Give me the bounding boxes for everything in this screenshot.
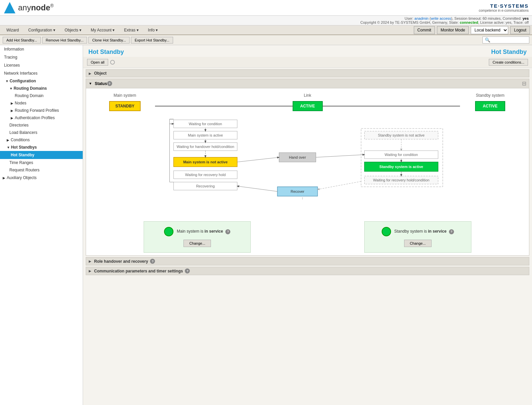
object-section-bar[interactable]: ▶ Object [86, 69, 529, 77]
sidebar-item-routing-domain[interactable]: Routing Domain [0, 92, 83, 99]
flow-diagram-svg: Waiting for condition Main system is act… [91, 116, 524, 210]
svg-text:Hand over: Hand over [289, 155, 306, 159]
nav-extras[interactable]: Extras ▾ [120, 25, 143, 34]
sidebar-item-request-routers[interactable]: Request Routers [0, 166, 83, 174]
status-section: ▼ Status ? ⊟ Main system Link Standby sy… [86, 79, 529, 256]
status-expand-icon[interactable]: ▼ [89, 82, 92, 85]
main-change-button[interactable]: Change... [183, 240, 211, 247]
role-handover-section-bar[interactable]: ▶ Role handover and recovery ? [86, 257, 529, 265]
object-section-title: Object [94, 71, 106, 76]
main-service-dot [164, 227, 173, 236]
svg-text:Waiting for condition: Waiting for condition [385, 153, 418, 157]
logo: anynode® [3, 1, 54, 14]
clone-hot-standby-button[interactable]: Clone Hot Standby... [88, 37, 130, 44]
username-link[interactable]: anadmin [414, 16, 429, 20]
nav-wizard[interactable]: Wizard [2, 25, 23, 34]
nav-right-controls: Commit Monitor Mode Local backend Logout [414, 26, 530, 34]
sidebar-section-routing-forward-profiles[interactable]: ▶Routing Forward Profiles [0, 107, 83, 114]
sidebar-section-configuration[interactable]: Configuration [0, 77, 83, 85]
main-service-box: Main system is in service ? Change... [144, 221, 251, 253]
service-boxes: Main system is in service ? Change... St… [89, 221, 526, 253]
add-hot-standby-button[interactable]: Add Hot Standby... [3, 37, 41, 44]
svg-text:Waiting for recovery hold/cond: Waiting for recovery hold/condition [373, 178, 429, 182]
sidebar-item-directories[interactable]: Directories [0, 122, 83, 129]
page-title: Hot Standby [88, 49, 124, 56]
svg-text:Waiting for condition: Waiting for condition [189, 122, 222, 126]
link-label: Link [284, 93, 331, 98]
status-collapse-icon[interactable]: ⊟ [522, 80, 526, 87]
create-conditions-button[interactable]: Create conditions... [489, 59, 528, 66]
standby-service-help[interactable]: ? [449, 229, 454, 234]
svg-text:Waiting for recovery hold: Waiting for recovery hold [185, 173, 226, 177]
comm-params-section-bar[interactable]: ▶ Communication parameters and timer set… [86, 267, 529, 275]
search-input[interactable] [482, 36, 529, 44]
sidebar-section-routing-domains[interactable]: Routing Domains [0, 85, 83, 92]
sidebar-item-tracing[interactable]: Tracing [0, 53, 83, 61]
export-hot-standby-button[interactable]: Export Hot Standby... [131, 37, 173, 44]
main-system-label: Main system [95, 93, 155, 98]
standby-service-box: Standby system is in service ? Change... [364, 221, 471, 253]
link-active-box: ACTIVE [293, 101, 323, 111]
connector-line-right [323, 106, 460, 106]
nav-myaccount[interactable]: My Account ▾ [86, 25, 119, 34]
userinfo-bar: User: anadmin (write access), Session ti… [0, 16, 532, 25]
copyright-text: Copyright © 2024 by TE-SYSTEMS GmbH, Ger… [360, 20, 529, 24]
top-states-row: STANDBY ACTIVE ACTIVE [91, 101, 524, 111]
commit-button[interactable]: Commit [414, 26, 435, 34]
standby-active-box: ACTIVE [475, 101, 505, 111]
role-handover-arrow: ▶ [89, 259, 91, 263]
open-all-button[interactable]: Open all [87, 59, 108, 66]
object-section-arrow: ▶ [89, 72, 91, 75]
sidebar-section-conditions[interactable]: ▶Conditions [0, 136, 83, 144]
sidebar-item-hot-standby[interactable]: Hot Standby [0, 151, 83, 159]
access-link[interactable]: write access [431, 16, 451, 20]
svg-line-34 [316, 155, 365, 157]
svg-text:Standby system is active: Standby system is active [379, 165, 423, 169]
sidebar-item-information[interactable]: Information [0, 45, 83, 53]
role-handover-help-icon[interactable]: ? [150, 259, 155, 264]
loading-spinner [110, 60, 115, 65]
top-labels-row: Main system Link Standby system [91, 93, 524, 99]
standby-change-button[interactable]: Change... [404, 240, 432, 247]
standby-state-col: ACTIVE [460, 101, 520, 111]
standby-service-status: Standby system is in service ? [382, 227, 454, 236]
sidebar-item-network-interfaces[interactable]: Network Interfaces [0, 69, 83, 77]
sidebar-item-load-balancers[interactable]: Load Balancers [0, 129, 83, 136]
comm-params-help-icon[interactable]: ? [185, 268, 190, 273]
sidebar-section-auxiliary-objects[interactable]: ▶Auxiliary Objects [0, 174, 83, 182]
sidebar-section-auth-profiles[interactable]: ▶Authentication Profiles [0, 114, 83, 122]
main-standby-box: STANDBY [109, 101, 140, 111]
sidebar-section-nodes[interactable]: ▶Nodes [0, 99, 83, 107]
nav-info[interactable]: Info ▾ [144, 25, 162, 34]
topbar: anynode® TE·SYSTEMS competence in e-comm… [0, 0, 532, 16]
svg-text:Standby system is not active: Standby system is not active [378, 133, 425, 137]
comm-params-title: Communication parameters and timer setti… [94, 269, 183, 273]
sidebar-section-hot-standbys[interactable]: Hot Standbys [0, 144, 83, 151]
content-header: Hot Standby Hot Standby [83, 45, 532, 57]
sidebar-item-licenses[interactable]: Licenses [0, 61, 83, 69]
status-help-icon[interactable]: ? [107, 81, 112, 86]
remove-hot-standby-button[interactable]: Remove Hot Standby... [42, 37, 87, 44]
te-systems-brand: TE·SYSTEMS competence in e-communication… [479, 3, 529, 12]
main-service-help[interactable]: ? [225, 229, 230, 234]
main-service-text: Main system is in service ? [177, 229, 230, 234]
monitor-mode-button[interactable]: Monitor Mode [437, 26, 469, 34]
nav-objects[interactable]: Objects ▾ [60, 25, 86, 34]
logout-button[interactable]: Logout [510, 26, 530, 34]
toolbar: Add Hot Standby... Remove Hot Standby...… [0, 35, 532, 45]
svg-text:Recovering: Recovering [196, 184, 215, 188]
nav-configuration[interactable]: Configuration ▾ [24, 25, 60, 34]
sidebar: Information Tracing Licenses Network Int… [0, 45, 83, 405]
main-nav: Wizard Configuration ▾ Objects ▾ My Acco… [0, 25, 532, 35]
content-area: Hot Standby Hot Standby Open all Create … [83, 45, 532, 405]
sidebar-item-time-ranges[interactable]: Time Ranges [0, 159, 83, 166]
backend-select[interactable]: Local backend [471, 26, 508, 34]
te-brand-name: TE·SYSTEMS [479, 3, 529, 9]
status-section-header[interactable]: ▼ Status ? ⊟ [86, 79, 529, 88]
status-section-title: Status [95, 81, 107, 86]
role-handover-title: Role handover and recovery [94, 259, 148, 264]
svg-line-19 [237, 157, 279, 162]
logo-icon [3, 1, 16, 14]
standby-system-label: Standby system [460, 93, 520, 98]
user-text: User: anadmin (write access), Session ti… [404, 16, 529, 20]
